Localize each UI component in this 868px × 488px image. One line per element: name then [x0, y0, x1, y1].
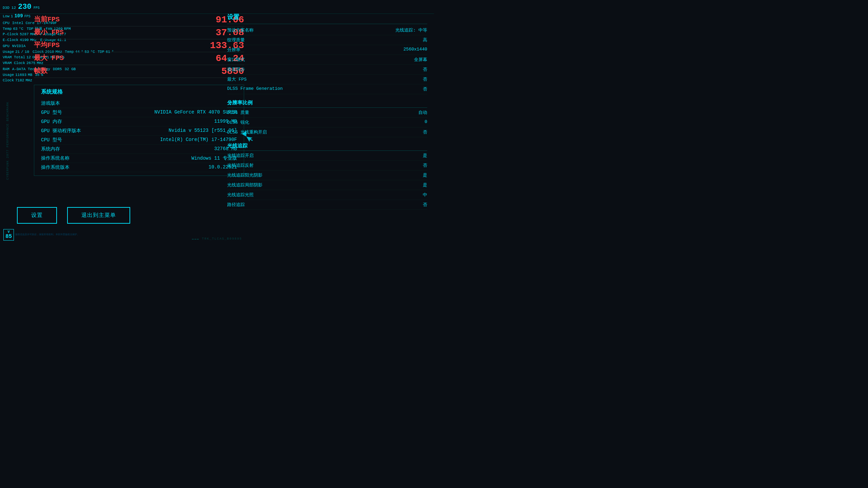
metric-row: 最大 FPS64.24	[34, 52, 244, 65]
metric-label: 最小 FPS	[34, 27, 64, 38]
spec-label: CPU 型号	[41, 137, 62, 143]
low-num: 1	[11, 14, 13, 19]
version-number: 85	[5, 234, 12, 239]
metric-label: 最大 FPS	[34, 53, 64, 64]
pclock-label: P-Clock	[3, 32, 18, 37]
temp-value: 63	[13, 26, 17, 32]
metric-row: 当前FPS91.06	[34, 14, 244, 26]
settings-value: 否	[423, 66, 427, 73]
quit-button[interactable]: 退出到主菜单	[67, 207, 130, 224]
settings-rt-label: 光线追踪局部阴影	[227, 182, 262, 188]
settings-row: 最大 FPS否	[227, 75, 427, 84]
tdp-label: TDP	[27, 26, 34, 32]
settings-rt-row: 光线追踪光照中	[227, 190, 427, 200]
settings-ratio-section: 分辨率比例	[227, 97, 427, 108]
spec-row: 操作系统名称Windows 11 专业版	[41, 154, 237, 163]
fps-unit: FPS	[34, 5, 40, 11]
settings-rt-rows: 光线追踪开启是光线追踪反射否光线追踪阳光阴影是光线追踪局部阴影是光线追踪光照中路…	[227, 151, 427, 210]
spec-row: CPU 型号Intel(R) Core(TM) i7-14790F	[41, 136, 237, 145]
settings-rt-row: 光线追踪局部阴影是	[227, 180, 427, 190]
settings-button[interactable]: 设置	[17, 207, 57, 224]
metric-label: 平均FPS	[34, 40, 60, 51]
settings-value: 高	[423, 37, 427, 43]
eclock-value: 4190	[20, 37, 28, 43]
temp-unit: °C	[19, 26, 23, 32]
settings-row: 垂直同步否	[227, 65, 427, 75]
settings-rt-section: 光线追踪	[227, 140, 427, 151]
spec-row: 游戏版本2.1	[41, 99, 237, 108]
settings-label: 最大 FPS	[227, 76, 246, 82]
ram-clock-label: Clock	[3, 78, 14, 83]
settings-rt-value: 否	[423, 202, 427, 208]
gpu-label: GPU	[3, 43, 9, 49]
gpu-model: NVIDIA	[12, 43, 26, 49]
d3d-value: 12	[12, 5, 16, 11]
specs-title: 系统规格	[41, 88, 237, 96]
settings-value: 光线追踪: 中等	[395, 27, 427, 33]
settings-label: 窗口模式	[227, 57, 245, 63]
pclock-value: 5287	[20, 32, 28, 37]
settings-rt-value: 是	[423, 152, 427, 159]
eclock-label: E-Clock	[3, 37, 18, 43]
settings-ratio-row: DLSS 光线重构开启否	[227, 127, 427, 137]
vram-total: 12	[26, 55, 31, 60]
d3d-label: D3D	[3, 5, 9, 11]
version-text: 版权信息及许可协议，保留所有权利。本软件受版权法保护。	[15, 233, 79, 236]
metric-label: 帧数	[34, 66, 47, 77]
settings-label: 纹理质量	[227, 37, 245, 43]
ram-usage: 11693	[15, 72, 26, 78]
spec-row: GPU 驱动程序版本Nvidia v 55123 [r551_06]	[41, 126, 237, 136]
settings-ratio-rows: DLSS 质量自动DLSS 锐化0DLSS 光线重构开启否	[227, 108, 427, 137]
gpu-usage: 21	[15, 49, 20, 55]
cpu-label: CPU	[3, 20, 9, 26]
low-fps-unit: FPS	[24, 14, 31, 19]
metric-row: 帧数5850	[34, 65, 244, 78]
settings-ratio-value: 0	[425, 119, 427, 125]
gpu-usage-label: Usage	[3, 49, 14, 55]
spec-label: 游戏版本	[41, 100, 60, 106]
spec-row: 操作系统版本10.0.22621	[41, 163, 237, 172]
spec-row: GPU 型号NVIDIA GeForce RTX 4070 SUPER	[41, 108, 237, 117]
ram-label: RAM	[3, 66, 9, 72]
settings-label: 分辨率	[227, 47, 240, 53]
settings-value: 否	[423, 76, 427, 82]
watermark-text: TRK_TLCAS_B09895	[202, 237, 242, 241]
spec-label: 操作系统版本	[41, 164, 70, 170]
settings-row: 预设方案名称光线追踪: 中等	[227, 25, 427, 35]
gpu-usage-of: 10	[25, 49, 29, 55]
spec-label: 系统内存	[41, 146, 60, 152]
spec-value: Intel(R) Core(TM) i7-14790F	[160, 137, 237, 143]
settings-row: 纹理质量高	[227, 35, 427, 45]
settings-rt-row: 路径追踪否	[227, 200, 427, 210]
settings-rt-label: 光线追踪阳光阴影	[227, 172, 262, 178]
vram-clock-label: VRAM Clock	[3, 60, 25, 66]
spec-label: GPU 型号	[41, 109, 62, 116]
settings-label: 预设方案名称	[227, 27, 254, 33]
low-label: Low	[3, 14, 9, 19]
settings-value: 否	[423, 86, 427, 92]
settings-row: 分辨率2560x1440	[227, 45, 427, 55]
settings-rt-label: 路径追踪	[227, 202, 245, 208]
spec-row: 系统内存32768 MB	[41, 145, 237, 154]
settings-rt-value: 是	[423, 172, 427, 178]
settings-ratio-row: DLSS 锐化0	[227, 118, 427, 127]
settings-rt-label: 光线追踪反射	[227, 162, 254, 168]
settings-rt-label: 光线追踪开启	[227, 152, 254, 159]
settings-row: 窗口模式全屏幕	[227, 55, 427, 65]
settings-value: 全屏幕	[414, 57, 427, 63]
spec-label: 操作系统名称	[41, 155, 70, 161]
bottom-buttons: 设置 退出到主菜单	[17, 207, 130, 224]
settings-ratio-label: DLSS 质量	[227, 109, 249, 116]
settings-rt-value: 否	[423, 162, 427, 168]
settings-label: DLSS Frame Generation	[227, 86, 283, 92]
version-info: V 85 版权信息及许可协议，保留所有权利。本软件受版权法保护。	[3, 229, 79, 241]
bottom-watermark: ▬▬▬ TRK_TLCAS_B09895	[192, 237, 242, 241]
settings-ratio-value: 否	[423, 129, 427, 135]
ram-clock: 7182	[15, 78, 24, 83]
spec-label: GPU 内存	[41, 119, 62, 125]
settings-label: 垂直同步	[227, 66, 245, 73]
settings-rt-value: 中	[423, 192, 427, 198]
settings-rt-row: 光线追踪开启是	[227, 151, 427, 161]
fps-metrics: 当前FPS91.06最小 FPS37.08平均FPS133.63最大 FPS64…	[34, 14, 244, 78]
specs-list: 游戏版本2.1GPU 型号NVIDIA GeForce RTX 4070 SUP…	[41, 99, 237, 172]
